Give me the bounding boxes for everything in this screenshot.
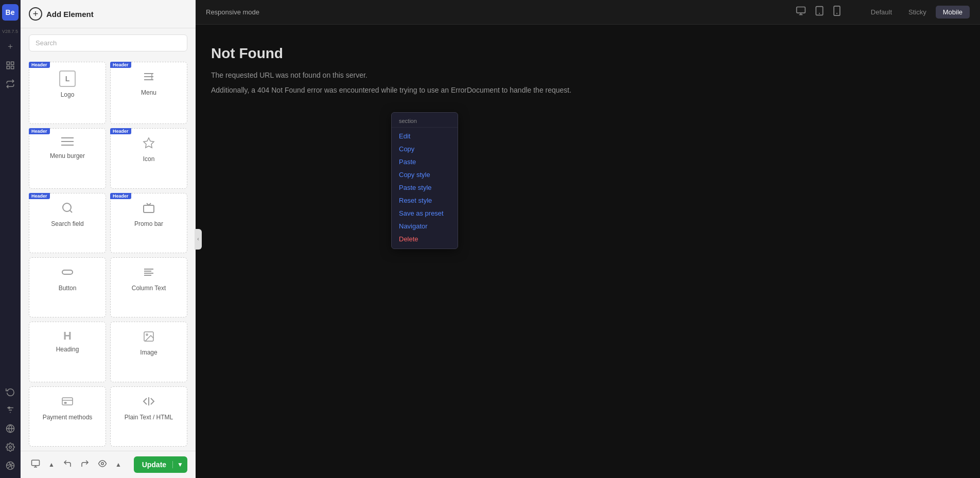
- ctx-paste-style[interactable]: Paste style: [392, 181, 458, 194]
- svg-point-29: [146, 334, 148, 335]
- star-icon: [143, 137, 155, 151]
- element-card-payment[interactable]: Payment methods: [29, 386, 106, 447]
- svg-marker-19: [144, 138, 154, 148]
- default-mode-btn[interactable]: Default: [864, 6, 899, 19]
- responsive-label: Responsive mode: [206, 8, 259, 16]
- svg-point-10: [9, 446, 11, 449]
- cms-icon[interactable]: [2, 457, 19, 474]
- context-menu-title: section: [392, 116, 458, 128]
- element-card-promo-bar[interactable]: Header Promo bar: [110, 193, 187, 253]
- mobile-viewport-btn[interactable]: [831, 4, 843, 21]
- element-card-column-text[interactable]: Column Text: [110, 257, 187, 317]
- panel-bottom: ▲ ▲ Update ▼: [21, 451, 196, 478]
- svg-point-20: [63, 203, 71, 211]
- html-label: Plain Text / HTML: [125, 414, 173, 421]
- ctx-reset-style[interactable]: Reset style: [392, 194, 458, 207]
- icon-rail: Be V28.7.5 ＋: [0, 0, 21, 478]
- ctx-copy-style[interactable]: Copy style: [392, 168, 458, 181]
- update-button-arrow[interactable]: ▼: [172, 461, 187, 468]
- svg-line-21: [70, 210, 72, 212]
- desktop-icon[interactable]: [29, 457, 42, 472]
- header-badge: Header: [29, 62, 50, 68]
- element-card-search-field[interactable]: Header Search field: [29, 193, 106, 253]
- element-panel: + Add Element Header L Logo Header Menu …: [21, 0, 196, 478]
- ctx-paste[interactable]: Paste: [392, 155, 458, 168]
- header-badge-search: Header: [29, 193, 50, 199]
- element-card-heading[interactable]: H Heading: [29, 322, 106, 382]
- ctx-navigator[interactable]: Navigator: [392, 220, 458, 233]
- layers-icon[interactable]: [2, 57, 19, 74]
- header-badge-burger: Header: [29, 128, 50, 134]
- payment-label: Payment methods: [43, 414, 93, 421]
- undo-icon[interactable]: [61, 457, 74, 472]
- html-icon: [143, 395, 155, 410]
- menu-icon: [143, 70, 155, 85]
- app-logo: Be: [2, 4, 19, 21]
- globe-icon[interactable]: [2, 420, 19, 437]
- viewport-icons: [794, 4, 843, 21]
- desktop-viewport-btn[interactable]: [794, 4, 808, 21]
- svg-rect-43: [834, 6, 840, 15]
- svg-rect-22: [144, 205, 154, 213]
- preview-content: Not Found The requested URL was not foun…: [196, 25, 980, 120]
- history-icon[interactable]: [2, 383, 19, 400]
- promo-bar-icon: [143, 202, 155, 216]
- ctx-edit[interactable]: Edit: [392, 130, 458, 143]
- arrow-up-icon[interactable]: ▲: [46, 459, 57, 470]
- image-label: Image: [140, 349, 157, 356]
- svg-rect-2: [7, 66, 9, 68]
- element-card-button[interactable]: Button: [29, 257, 106, 317]
- preview-icon[interactable]: [96, 457, 109, 472]
- svg-point-37: [101, 463, 104, 465]
- panel-header: + Add Element: [21, 0, 196, 28]
- ctx-save-preset[interactable]: Save as preset: [392, 207, 458, 220]
- context-menu: section Edit Copy Paste Copy style Paste…: [391, 112, 458, 249]
- app-version: V28.7.5: [1, 27, 19, 37]
- button-label: Button: [59, 285, 77, 292]
- element-card-html[interactable]: Plain Text / HTML: [110, 386, 187, 447]
- svg-rect-32: [64, 402, 66, 403]
- svg-rect-3: [11, 66, 13, 68]
- settings-icon[interactable]: [2, 439, 19, 455]
- panel-add-button[interactable]: +: [29, 7, 42, 21]
- search-field-icon: [61, 202, 74, 216]
- filter-icon[interactable]: [2, 402, 19, 418]
- svg-rect-38: [796, 7, 805, 13]
- tablet-viewport-btn[interactable]: [812, 4, 827, 21]
- column-text-label: Column Text: [132, 285, 166, 292]
- redo-icon[interactable]: [78, 457, 92, 472]
- ctx-delete[interactable]: Delete: [392, 233, 458, 245]
- error-line2: Additionally, a 404 Not Found error was …: [211, 85, 965, 96]
- arrow-up2-icon[interactable]: ▲: [113, 459, 124, 470]
- ctx-copy[interactable]: Copy: [392, 143, 458, 155]
- element-card-icon[interactable]: Header Icon: [110, 128, 187, 188]
- panel-title: Add Element: [46, 10, 94, 19]
- element-card-menu[interactable]: Header Menu: [110, 62, 187, 124]
- menu-burger-label: Menu burger: [50, 152, 85, 160]
- update-button[interactable]: Update ▼: [134, 456, 187, 473]
- element-card-logo[interactable]: Header L Logo: [29, 62, 106, 124]
- preview-area: Not Found The requested URL was not foun…: [196, 25, 980, 478]
- error-line1: The requested URL was not found on this …: [211, 70, 965, 81]
- menu-label: Menu: [141, 89, 156, 96]
- collapse-handle[interactable]: ‹: [195, 229, 202, 250]
- mode-buttons: Default Sticky Mobile: [864, 6, 970, 19]
- header-badge-icon: Header: [110, 128, 131, 134]
- sticky-mode-btn[interactable]: Sticky: [901, 6, 934, 19]
- element-card-menu-burger[interactable]: Header Menu burger: [29, 128, 106, 188]
- logo-icon: L: [59, 70, 76, 87]
- logo-label: Logo: [61, 91, 75, 98]
- elements-grid: Header L Logo Header Menu Header Menu: [21, 58, 196, 451]
- payment-icon: [61, 395, 74, 410]
- promo-bar-label: Promo bar: [134, 220, 163, 227]
- search-input[interactable]: [29, 34, 187, 51]
- heading-icon: H: [63, 330, 72, 342]
- heading-label: Heading: [56, 346, 79, 353]
- header-badge-promo: Header: [110, 193, 131, 199]
- mobile-mode-btn[interactable]: Mobile: [936, 6, 970, 19]
- svg-rect-0: [7, 62, 9, 64]
- svg-rect-30: [62, 398, 73, 405]
- import-export-icon[interactable]: [2, 76, 19, 92]
- add-icon[interactable]: ＋: [2, 39, 19, 55]
- element-card-image[interactable]: Image: [110, 322, 187, 382]
